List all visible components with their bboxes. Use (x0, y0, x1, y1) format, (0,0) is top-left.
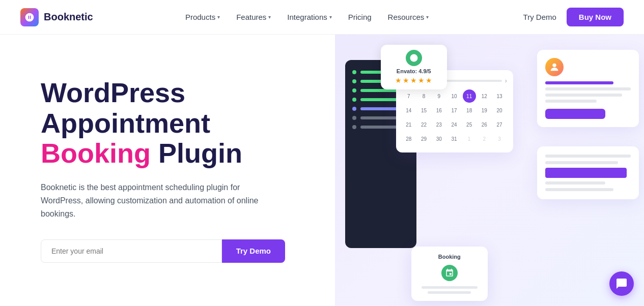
cal-day-24[interactable]: 24 (447, 118, 461, 131)
cal-day-2-next[interactable]: 2 (478, 132, 491, 145)
hero-description: Booknetic is the best appointment schedu… (41, 181, 265, 221)
form-line-2 (545, 161, 618, 164)
buy-now-button[interactable]: Buy Now (567, 8, 624, 26)
svg-point-0 (410, 54, 417, 62)
cal-day-15[interactable]: 15 (417, 104, 431, 117)
svg-point-1 (552, 64, 556, 67)
chevron-down-icon: ▾ (217, 14, 220, 20)
cal-day-26[interactable]: 26 (478, 118, 491, 131)
cal-day-29[interactable]: 29 (417, 132, 431, 145)
cal-day-10[interactable]: 10 (447, 89, 461, 103)
try-demo-nav-button[interactable]: Try Demo (521, 9, 558, 25)
nav-features[interactable]: Features ▾ (229, 9, 278, 25)
cal-day-31[interactable]: 31 (447, 132, 461, 145)
cal-day-19[interactable]: 19 (478, 104, 491, 117)
nav-actions: Try Demo Buy Now (521, 8, 624, 26)
cal-day-22[interactable]: 22 (417, 118, 431, 131)
detail-button-row (545, 109, 631, 119)
try-demo-button[interactable]: Try Demo (222, 239, 285, 263)
nav-integrations[interactable]: Integrations ▾ (280, 9, 339, 25)
detail-action-button (545, 109, 605, 119)
cal-day-9[interactable]: 9 (432, 89, 445, 103)
form-card (537, 146, 639, 199)
nav-pricing[interactable]: Pricing (341, 9, 379, 25)
cal-day-20[interactable]: 20 (493, 104, 506, 117)
cal-day-17[interactable]: 17 (447, 104, 461, 117)
star-rating: ★ ★ ★ ★ ★ (395, 76, 432, 84)
cal-day-12[interactable]: 12 (478, 89, 491, 103)
cal-day-13[interactable]: 13 (493, 89, 506, 103)
hero-left: WordPress Appointment Booking Plugin Boo… (0, 35, 335, 306)
booking-lines (418, 286, 481, 294)
nav-products[interactable]: Products ▾ (178, 9, 227, 25)
calendar-grid: 7 8 9 10 11 12 13 14 15 16 17 18 19 20 (402, 89, 507, 145)
detail-line-1 (545, 81, 613, 84)
envato-label: Envato: 4.9/5 (397, 68, 431, 74)
chevron-down-icon: ▾ (426, 14, 429, 20)
booking-title: Booking (418, 254, 481, 260)
cal-day-7[interactable]: 7 (402, 89, 415, 103)
form-line-4 (545, 188, 613, 191)
detail-line-2 (545, 87, 631, 90)
detail-line-4 (545, 100, 597, 103)
chevron-down-icon: ▾ (329, 14, 332, 20)
cal-day-1-next[interactable]: 1 (463, 132, 476, 145)
cal-day-8[interactable]: 8 (417, 89, 431, 103)
nav-resources[interactable]: Resources ▾ (381, 9, 436, 25)
envato-badge: Envato: 4.9/5 ★ ★ ★ ★ ★ (381, 45, 447, 89)
hero-right: Envato: 4.9/5 ★ ★ ★ ★ ★ (335, 35, 644, 306)
cal-day-11-today[interactable]: 11 (463, 89, 476, 103)
calendar-next-button[interactable]: › (505, 77, 507, 84)
logo-icon (20, 8, 39, 26)
form-lines (545, 155, 631, 191)
hero-section: WordPress Appointment Booking Plugin Boo… (0, 35, 644, 306)
form-line-1 (545, 155, 631, 158)
mockup-area: Envato: 4.9/5 ★ ★ ★ ★ ★ (345, 40, 644, 306)
hero-form: Try Demo (41, 239, 285, 263)
cal-day-23[interactable]: 23 (432, 118, 445, 131)
cal-day-3-next[interactable]: 3 (493, 132, 506, 145)
detail-card (537, 50, 639, 127)
detail-lines (545, 81, 631, 103)
logo-text: Booknetic (44, 11, 93, 23)
cal-day-18[interactable]: 18 (463, 104, 476, 117)
avatar (545, 58, 564, 76)
chevron-down-icon: ▾ (268, 14, 271, 20)
booking-icon (441, 265, 458, 281)
hero-title: WordPress Appointment Booking Plugin (41, 78, 315, 168)
cal-day-21[interactable]: 21 (402, 118, 415, 131)
booking-popup: Booking (411, 247, 488, 301)
cal-day-16[interactable]: 16 (432, 104, 445, 117)
nav-links: Products ▾ Features ▾ Integrations ▾ Pri… (178, 9, 436, 25)
navbar: Booknetic Products ▾ Features ▾ Integrat… (0, 0, 644, 35)
form-submit-btn (545, 168, 627, 178)
detail-line-3 (545, 94, 622, 97)
cal-day-30[interactable]: 30 (432, 132, 445, 145)
chat-bubble-button[interactable] (609, 271, 634, 296)
form-line-3 (545, 181, 605, 185)
logo[interactable]: Booknetic (20, 8, 93, 26)
envato-icon (406, 50, 422, 66)
cal-day-25[interactable]: 25 (463, 118, 476, 131)
booking-line-2 (428, 291, 471, 294)
cal-day-28[interactable]: 28 (402, 132, 415, 145)
email-input[interactable] (41, 239, 222, 263)
cal-day-14[interactable]: 14 (402, 104, 415, 117)
cal-day-27[interactable]: 27 (493, 118, 506, 131)
booking-line-1 (422, 286, 478, 289)
